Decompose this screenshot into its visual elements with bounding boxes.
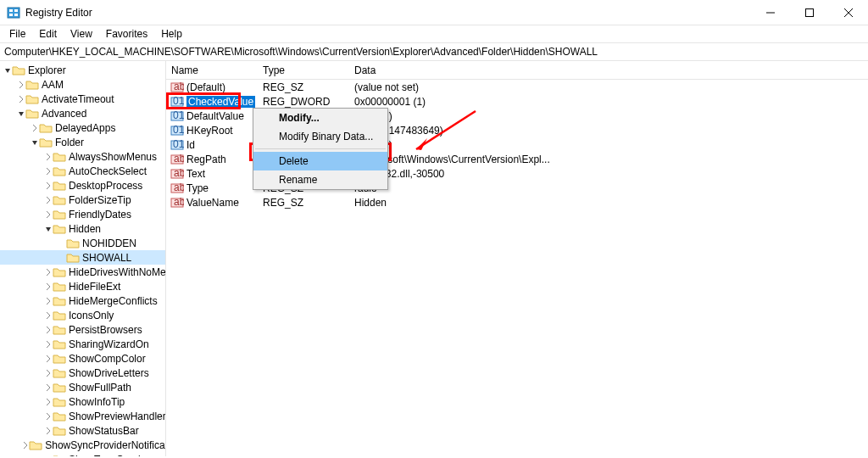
tree-item-label: ShowPreviewHandlers [69, 411, 166, 422]
expand-icon[interactable] [44, 384, 53, 391]
tree-item[interactable]: Folder [0, 135, 166, 149]
folder-icon [39, 122, 53, 134]
svg-rect-0 [8, 8, 19, 18]
svg-text:011: 011 [173, 109, 184, 121]
value-row[interactable]: ab(Default)REG_SZ(value not set) [166, 80, 868, 94]
tree-item[interactable]: AAM [0, 77, 166, 92]
expand-icon[interactable] [3, 67, 12, 74]
tree-item[interactable]: ShowTypeOverlay [0, 452, 166, 456]
tree-item-label: ActivateTimeout [42, 93, 114, 105]
tree-item[interactable]: ShowFullPath [0, 380, 166, 394]
folder-icon [29, 439, 42, 451]
col-name[interactable]: Name [166, 64, 258, 76]
expand-icon[interactable] [17, 96, 25, 103]
expand-icon[interactable] [17, 110, 25, 117]
tree-item-label: DelayedApps [55, 122, 115, 134]
expand-icon[interactable] [44, 456, 53, 457]
expand-icon[interactable] [44, 355, 53, 362]
menu-view[interactable]: View [64, 26, 98, 42]
tree-item[interactable]: HideFileExt [0, 279, 166, 293]
tree-item[interactable]: HideMergeConflicts [0, 293, 166, 308]
menu-help[interactable]: Help [155, 26, 188, 42]
value-data: 0x00000001 (1) [349, 96, 868, 108]
value-row[interactable]: 011CheckedValueREG_DWORD0x00000001 (1) [166, 94, 868, 109]
expand-icon[interactable] [44, 168, 53, 175]
close-button[interactable] [829, 0, 868, 25]
svg-text:011: 011 [173, 138, 184, 150]
value-name: Id [186, 139, 258, 151]
expand-icon[interactable] [44, 211, 53, 218]
expand-icon[interactable] [44, 226, 53, 232]
menu-file[interactable]: File [3, 26, 31, 42]
tree-item[interactable]: ShowDriveLetters [0, 366, 166, 380]
tree-item[interactable]: Advanced [0, 106, 166, 120]
expand-icon[interactable] [44, 197, 53, 204]
value-data: (value not set) [349, 81, 868, 93]
ctx-modify-binary-data[interactable]: Modify Binary Data... [253, 127, 387, 146]
value-name: (Default) [186, 81, 258, 93]
tree-item[interactable]: DelayedApps [0, 120, 166, 135]
col-type[interactable]: Type [258, 64, 349, 76]
col-data[interactable]: Data [349, 64, 868, 76]
maximize-button[interactable] [790, 0, 829, 25]
address-bar[interactable]: Computer\HKEY_LOCAL_MACHINE\SOFTWARE\Mic… [0, 42, 868, 61]
value-row[interactable]: abValueNameREG_SZHidden [166, 195, 868, 209]
tree-item[interactable]: ShowPreviewHandlers [0, 409, 166, 423]
tree-item[interactable]: FriendlyDates [0, 207, 166, 221]
tree-item-label: FriendlyDates [69, 209, 131, 221]
tree-item[interactable]: NOHIDDEN [0, 236, 166, 250]
tree-item[interactable]: DesktopProcess [0, 178, 166, 193]
minimize-button[interactable] [751, 0, 790, 25]
expand-icon[interactable] [44, 327, 53, 333]
expand-icon[interactable] [44, 182, 53, 189]
tree-item[interactable]: Explorer [0, 63, 166, 77]
svg-rect-4 [14, 14, 18, 16]
expand-icon[interactable] [44, 341, 53, 348]
tree-item-label: Folder [55, 137, 84, 148]
expand-icon[interactable] [44, 298, 53, 304]
expand-icon[interactable] [31, 125, 39, 131]
value-name: Text [186, 168, 258, 180]
tree-pane[interactable]: ExplorerAAMActivateTimeoutAdvancedDelaye… [0, 61, 166, 456]
expand-icon[interactable] [44, 312, 53, 319]
expand-icon[interactable] [17, 81, 25, 88]
value-name: RegPath [186, 154, 258, 165]
tree-item[interactable]: AutoCheckSelect [0, 164, 166, 178]
ctx-rename[interactable]: Rename [253, 170, 387, 189]
binary-icon: 011 [170, 138, 184, 152]
folder-icon [53, 382, 66, 394]
window-controls [751, 0, 868, 25]
column-headers[interactable]: Name Type Data [166, 61, 868, 80]
tree-item[interactable]: SHOWALL [0, 250, 166, 265]
tree-item[interactable]: HideDrivesWithNoMedia [0, 265, 166, 279]
value-data: 0002 (2) [349, 110, 868, 122]
tree-item[interactable]: PersistBrowsers [0, 322, 166, 337]
tree-item[interactable]: ShowStatusBar [0, 423, 166, 438]
expand-icon[interactable] [44, 399, 53, 405]
tree-item[interactable]: ShowCompColor [0, 351, 166, 366]
tree-item-label: ShowTypeOverlay [69, 454, 151, 457]
tree-item[interactable]: FolderSizeTip [0, 193, 166, 207]
ctx-modify[interactable]: Modify... [253, 109, 387, 127]
ctx-delete[interactable]: Delete [253, 152, 387, 170]
tree-item-label: DesktopProcess [69, 180, 142, 192]
expand-icon[interactable] [44, 269, 53, 276]
expand-icon[interactable] [44, 370, 53, 377]
tree-item[interactable]: Hidden [0, 221, 166, 236]
menu-edit[interactable]: Edit [33, 26, 63, 42]
expand-icon[interactable] [31, 139, 39, 146]
menu-favorites[interactable]: Favorites [100, 26, 153, 42]
expand-icon[interactable] [44, 427, 53, 434]
expand-icon[interactable] [22, 442, 29, 449]
tree-item[interactable]: ActivateTimeout [0, 92, 166, 106]
expand-icon[interactable] [44, 154, 53, 160]
tree-item[interactable]: SharingWizardOn [0, 337, 166, 351]
expand-icon[interactable] [44, 283, 53, 290]
tree-item[interactable]: ShowSyncProviderNotifications [0, 438, 166, 452]
expand-icon[interactable] [44, 413, 53, 420]
svg-rect-3 [9, 14, 13, 16]
folder-icon [25, 79, 39, 91]
tree-item[interactable]: IconsOnly [0, 308, 166, 322]
tree-item[interactable]: ShowInfoTip [0, 394, 166, 409]
tree-item[interactable]: AlwaysShowMenus [0, 149, 166, 164]
